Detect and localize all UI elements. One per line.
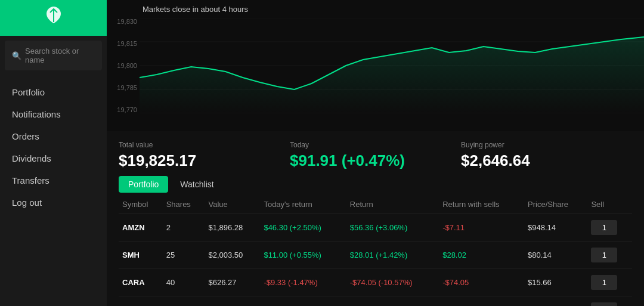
- cell-return: -$14.41 (-4.22%): [346, 296, 439, 307]
- y-label-5: 19,770: [109, 106, 137, 113]
- col-symbol: Symbol: [119, 195, 163, 214]
- total-value-label: Total value: [119, 141, 290, 149]
- search-icon: 🔍: [12, 51, 21, 60]
- cell-sell[interactable]: [587, 214, 632, 242]
- sidebar-item-transfers[interactable]: Transfers: [0, 169, 107, 191]
- cell-shares: 25: [163, 242, 205, 269]
- sell-input[interactable]: [591, 302, 617, 306]
- y-label-3: 19,800: [109, 62, 137, 69]
- stats-bar: Total value $19,825.17 Today $91.91 (+0.…: [107, 131, 644, 176]
- cell-todays-return: $11.00 (+0.55%): [260, 242, 346, 269]
- portfolio-table: Symbol Shares Value Today's return Retur…: [119, 195, 632, 306]
- logo-area: [0, 0, 107, 36]
- chart-y-labels: 19,830 19,815 19,800 19,785 19,770: [107, 18, 140, 113]
- y-label-4: 19,785: [109, 84, 137, 91]
- cell-price-share: $948.14: [524, 214, 587, 242]
- cell-return-with-sells: $28.02: [439, 242, 524, 269]
- cell-shares: 40: [163, 269, 205, 296]
- tab-portfolio[interactable]: Portfolio: [119, 176, 168, 193]
- cell-shares: 40: [163, 296, 205, 307]
- portfolio-table-wrap: Symbol Shares Value Today's return Retur…: [107, 195, 644, 306]
- cell-sell[interactable]: [587, 269, 632, 296]
- sell-input[interactable]: [591, 220, 617, 235]
- table-row: SMH25$2,003.50$11.00 (+0.55%)$28.01 (+1.…: [119, 242, 632, 269]
- col-todays-return: Today's return: [260, 195, 346, 214]
- tab-watchlist[interactable]: Watchlist: [171, 176, 223, 193]
- table-row: AMZN2$1,896.28$46.30 (+2.50%)$56.36 (+3.…: [119, 214, 632, 242]
- portfolio-tabs: Portfolio Watchlist: [107, 176, 644, 193]
- y-label-2: 19,815: [109, 40, 137, 47]
- cell-return-with-sells: -$14.41: [439, 296, 524, 307]
- buying-power-block: Buying power $2,646.64: [461, 141, 632, 170]
- col-price-share: Price/Share: [524, 195, 587, 214]
- cell-return-with-sells: -$7.11: [439, 214, 524, 242]
- today-block: Today $91.91 (+0.47%): [290, 141, 461, 170]
- chart-canvas: [140, 18, 644, 113]
- cell-value: $2,003.50: [205, 242, 260, 269]
- col-return: Return: [346, 195, 439, 214]
- cell-value: $626.27: [205, 269, 260, 296]
- search-box[interactable]: 🔍 Search stock or name: [5, 41, 102, 70]
- col-sell: Sell: [587, 195, 632, 214]
- cell-symbol: AMZN: [119, 214, 163, 242]
- cell-todays-return: $6.77 (+2.11%): [260, 296, 346, 307]
- table-header-row: Symbol Shares Value Today's return Retur…: [119, 195, 632, 214]
- cell-price-share: $8.18: [524, 296, 587, 307]
- col-value: Value: [205, 195, 260, 214]
- cell-sell[interactable]: [587, 296, 632, 307]
- cell-value: $1,896.28: [205, 214, 260, 242]
- cell-symbol: CARA: [119, 269, 163, 296]
- main-content: Markets close in about 4 hours 19,830 19…: [107, 0, 644, 306]
- sidebar-item-logout[interactable]: Log out: [0, 191, 107, 214]
- cell-price-share: $80.14: [524, 242, 587, 269]
- cell-return: $28.01 (+1.42%): [346, 242, 439, 269]
- sidebar-nav: Portfolio Notifications Orders Dividends…: [0, 75, 107, 220]
- today-value: $91.91 (+0.47%): [290, 152, 461, 170]
- sell-input[interactable]: [591, 275, 617, 290]
- total-value: $19,825.17: [119, 152, 290, 170]
- cell-todays-return: -$9.33 (-1.47%): [260, 269, 346, 296]
- cell-return: -$74.05 (-10.57%): [346, 269, 439, 296]
- cell-price-share: $15.66: [524, 269, 587, 296]
- cell-shares: 2: [163, 214, 205, 242]
- col-return-with-sells: Return with sells: [439, 195, 524, 214]
- y-label-1: 19,830: [109, 18, 137, 25]
- col-shares: Shares: [163, 195, 205, 214]
- sidebar-item-orders[interactable]: Orders: [0, 125, 107, 147]
- cell-value: $327.17: [205, 296, 260, 307]
- chart-area: Markets close in about 4 hours 19,830 19…: [107, 0, 644, 131]
- table-row: CARA40$626.27-$9.33 (-1.47%)-$74.05 (-10…: [119, 269, 632, 296]
- cell-symbol: SMH: [119, 242, 163, 269]
- buying-power-label: Buying power: [461, 141, 632, 149]
- cell-return-with-sells: -$74.05: [439, 269, 524, 296]
- search-placeholder: Search stock or name: [25, 47, 95, 64]
- cell-todays-return: $46.30 (+2.50%): [260, 214, 346, 242]
- table-row: OCLR40$327.17$6.77 (+2.11%)-$14.41 (-4.2…: [119, 296, 632, 307]
- cell-return: $56.36 (+3.06%): [346, 214, 439, 242]
- chart-header: Markets close in about 4 hours: [143, 5, 248, 14]
- sidebar-item-dividends[interactable]: Dividends: [0, 147, 107, 169]
- sidebar: 🔍 Search stock or name Portfolio Notific…: [0, 0, 107, 306]
- today-label: Today: [290, 141, 461, 149]
- buying-power-value: $2,646.64: [461, 152, 632, 170]
- sell-input[interactable]: [591, 248, 617, 262]
- total-value-block: Total value $19,825.17: [119, 141, 290, 170]
- cell-symbol: OCLR: [119, 296, 163, 307]
- sidebar-item-portfolio[interactable]: Portfolio: [0, 81, 107, 103]
- sidebar-item-notifications[interactable]: Notifications: [0, 103, 107, 125]
- app-logo-icon: [44, 5, 63, 31]
- cell-sell[interactable]: [587, 242, 632, 269]
